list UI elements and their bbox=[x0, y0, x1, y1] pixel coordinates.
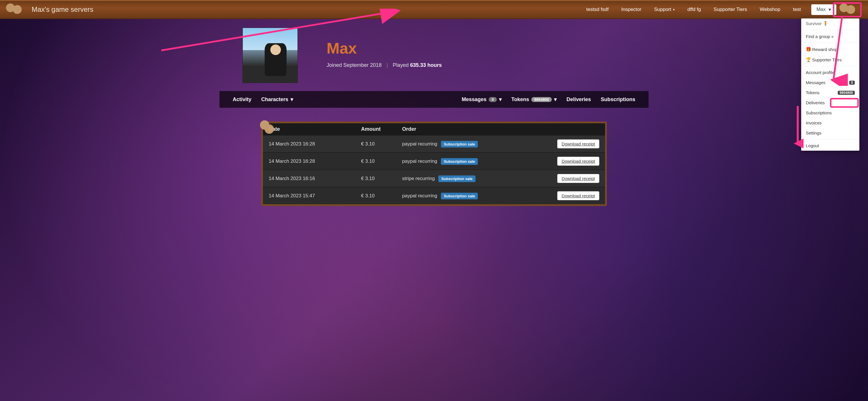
caret-down-icon: ▾ bbox=[829, 7, 831, 13]
joined-label: Joined September 2018 bbox=[327, 62, 381, 68]
nav-item-1[interactable]: Inspector bbox=[615, 0, 648, 19]
separator: | bbox=[386, 62, 388, 68]
subscription-pill: Subscription sale bbox=[441, 193, 478, 199]
profile-subnav: Activity Characters▾ Messages0▾ Tokens98… bbox=[219, 91, 649, 108]
nav-item-0[interactable]: testsd fsdf bbox=[580, 0, 615, 19]
dd-find-group[interactable]: Find a group » bbox=[801, 31, 859, 41]
tab-tokens[interactable]: Tokens9854800▾ bbox=[512, 96, 557, 102]
cell-date: 14 March 2023 16:28 bbox=[263, 153, 355, 170]
cell-amount: € 3.10 bbox=[355, 135, 397, 153]
col-action bbox=[544, 123, 605, 135]
dd-account-profile[interactable]: Account profile bbox=[801, 67, 859, 78]
col-amount: Amount bbox=[355, 123, 397, 135]
cell-date: 14 March 2023 15:47 bbox=[263, 187, 355, 205]
table-row: 14 March 2023 16:28€ 3.10paypal recurrin… bbox=[263, 135, 605, 153]
dd-logout[interactable]: Logout bbox=[801, 141, 859, 151]
cell-amount: € 3.10 bbox=[355, 170, 397, 187]
nav-item-2[interactable]: Support▾ bbox=[648, 0, 681, 19]
download-receipt-button[interactable]: Download receipt bbox=[557, 140, 599, 148]
nav-item-4[interactable]: Supporter Tiers bbox=[707, 0, 753, 19]
caret-down-icon: ▾ bbox=[290, 96, 293, 102]
invoices-panel: Date Amount Order 14 March 2023 16:28€ 3… bbox=[261, 122, 607, 206]
cell-order: paypal recurring Subscription sale bbox=[396, 187, 544, 205]
profile-header: Max Joined September 2018 | Played 635.3… bbox=[219, 19, 649, 83]
gift-icon: 🎁 bbox=[806, 47, 810, 52]
subscription-pill: Subscription sale bbox=[441, 158, 478, 165]
table-row: 14 March 2023 16:28€ 3.10paypal recurrin… bbox=[263, 153, 605, 170]
cell-order: paypal recurring Subscription sale bbox=[396, 135, 544, 153]
tab-messages[interactable]: Messages0▾ bbox=[462, 96, 501, 102]
played-prefix: Played bbox=[393, 62, 410, 68]
dd-tokens-label: Tokens bbox=[806, 90, 819, 95]
dd-settings[interactable]: Settings bbox=[801, 128, 859, 138]
trophy-icon: 🏆 bbox=[806, 57, 810, 62]
nav-item-2-label: Support bbox=[654, 7, 671, 12]
download-receipt-button[interactable]: Download receipt bbox=[557, 157, 599, 166]
tab-characters[interactable]: Characters▾ bbox=[261, 96, 293, 102]
tab-subscriptions[interactable]: Subscriptions bbox=[601, 96, 635, 102]
played-hours: 635.33 hours bbox=[410, 62, 442, 68]
tab-tokens-label: Tokens bbox=[512, 96, 529, 102]
tab-deliveries[interactable]: Deliveries bbox=[566, 96, 591, 102]
subscription-pill: Subscription sale bbox=[441, 141, 478, 148]
messages-badge: 0 bbox=[489, 97, 496, 102]
profile-name: Max bbox=[327, 39, 442, 57]
dd-messages[interactable]: Messages0 bbox=[801, 78, 859, 88]
tab-messages-label: Messages bbox=[462, 96, 487, 102]
caret-down-icon: ▾ bbox=[499, 96, 502, 102]
cell-order: stripe recurring Subscription sale bbox=[396, 170, 544, 187]
dd-deliveries[interactable]: Deliveries bbox=[801, 98, 859, 108]
user-menu-label: Max bbox=[816, 7, 826, 12]
dd-reward-shop[interactable]: 🎁Reward shop bbox=[801, 44, 859, 55]
table-row: 14 March 2023 16:16€ 3.10stripe recurrin… bbox=[263, 170, 605, 187]
cell-order: paypal recurring Subscription sale bbox=[396, 153, 544, 170]
dd-invoices[interactable]: Invoices bbox=[801, 118, 859, 128]
ornament-left bbox=[6, 1, 29, 18]
top-navbar: Max's game servers testsd fsdf Inspector… bbox=[0, 0, 868, 19]
subscription-pill: Subscription sale bbox=[438, 176, 475, 182]
dd-reward-shop-label: Reward shop bbox=[812, 47, 837, 52]
user-dropdown: Survivor 🧍 Find a group » 🎁Reward shop 🏆… bbox=[801, 19, 859, 151]
ornament-right bbox=[839, 1, 862, 18]
dd-supporter-tiers[interactable]: 🏆Supporter Tiers bbox=[801, 55, 859, 65]
nav-item-5[interactable]: Webshop bbox=[753, 0, 787, 19]
tab-characters-label: Characters bbox=[261, 96, 288, 102]
col-order: Order bbox=[396, 123, 544, 135]
cell-date: 14 March 2023 16:28 bbox=[263, 135, 355, 153]
caret-down-icon: ▾ bbox=[554, 96, 557, 102]
dd-subscriptions[interactable]: Subscriptions bbox=[801, 108, 859, 118]
brand-title[interactable]: Max's game servers bbox=[32, 5, 93, 13]
dd-messages-label: Messages bbox=[806, 80, 826, 85]
tab-activity[interactable]: Activity bbox=[233, 96, 251, 102]
dd-tokens-count: 9854800 bbox=[838, 91, 855, 95]
nav-item-6[interactable]: test bbox=[786, 0, 807, 19]
dd-survivor[interactable]: Survivor 🧍 bbox=[801, 19, 859, 29]
dd-supporter-tiers-label: Supporter Tiers bbox=[812, 57, 842, 62]
avatar bbox=[243, 28, 298, 83]
invoices-table: Date Amount Order 14 March 2023 16:28€ 3… bbox=[263, 123, 605, 204]
tokens-badge: 9854800 bbox=[531, 97, 552, 102]
user-menu-button[interactable]: Max ▾ bbox=[811, 4, 836, 15]
download-receipt-button[interactable]: Download receipt bbox=[557, 191, 599, 200]
profile-subline: Joined September 2018 | Played 635.33 ho… bbox=[327, 62, 442, 68]
dd-messages-count: 0 bbox=[849, 81, 855, 85]
dd-tokens[interactable]: Tokens9854800 bbox=[801, 88, 859, 98]
cell-date: 14 March 2023 16:16 bbox=[263, 170, 355, 187]
cell-amount: € 3.10 bbox=[355, 187, 397, 205]
panel-ornament bbox=[255, 117, 278, 137]
nav-item-3[interactable]: dffd fg bbox=[681, 0, 707, 19]
caret-down-icon: ▾ bbox=[673, 8, 675, 11]
table-row: 14 March 2023 15:47€ 3.10paypal recurrin… bbox=[263, 187, 605, 205]
download-receipt-button[interactable]: Download receipt bbox=[557, 174, 599, 183]
cell-amount: € 3.10 bbox=[355, 153, 397, 170]
